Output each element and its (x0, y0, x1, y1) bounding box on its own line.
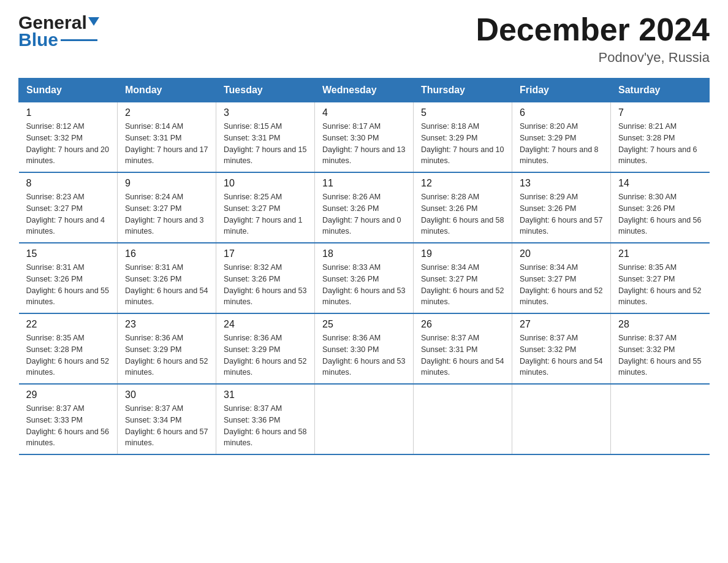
day-of-week-header: Tuesday (216, 79, 315, 102)
day-number: 30 (125, 389, 208, 400)
calendar-week-row: 1 Sunrise: 8:12 AM Sunset: 3:32 PM Dayli… (19, 102, 710, 173)
day-number: 5 (421, 107, 504, 118)
day-info: Sunrise: 8:36 AM Sunset: 3:29 PM Dayligh… (224, 332, 307, 378)
day-number: 1 (26, 107, 110, 118)
day-number: 14 (618, 178, 702, 189)
day-info: Sunrise: 8:36 AM Sunset: 3:30 PM Dayligh… (322, 332, 406, 378)
day-number: 6 (520, 107, 603, 118)
day-info: Sunrise: 8:35 AM Sunset: 3:27 PM Dayligh… (618, 262, 702, 308)
day-number: 13 (520, 178, 603, 189)
calendar-day-cell: 26 Sunrise: 8:37 AM Sunset: 3:31 PM Dayl… (414, 313, 512, 384)
day-number: 27 (520, 319, 603, 330)
calendar-day-cell: 28 Sunrise: 8:37 AM Sunset: 3:32 PM Dayl… (611, 313, 710, 384)
day-info: Sunrise: 8:29 AM Sunset: 3:26 PM Dayligh… (520, 191, 603, 237)
day-info: Sunrise: 8:37 AM Sunset: 3:36 PM Dayligh… (224, 403, 307, 449)
day-number: 21 (618, 248, 702, 259)
day-number: 18 (322, 248, 406, 259)
day-of-week-header: Monday (118, 79, 216, 102)
page-title: December 2024 (476, 12, 710, 47)
calendar-day-cell: 11 Sunrise: 8:26 AM Sunset: 3:26 PM Dayl… (315, 172, 414, 243)
calendar-day-cell: 22 Sunrise: 8:35 AM Sunset: 3:28 PM Dayl… (19, 313, 118, 384)
day-info: Sunrise: 8:37 AM Sunset: 3:31 PM Dayligh… (421, 332, 504, 378)
calendar-day-cell: 29 Sunrise: 8:37 AM Sunset: 3:33 PM Dayl… (19, 384, 118, 454)
calendar-body: 1 Sunrise: 8:12 AM Sunset: 3:32 PM Dayli… (19, 102, 710, 455)
calendar-day-cell: 24 Sunrise: 8:36 AM Sunset: 3:29 PM Dayl… (216, 313, 315, 384)
calendar-day-cell: 27 Sunrise: 8:37 AM Sunset: 3:32 PM Dayl… (512, 313, 611, 384)
day-info: Sunrise: 8:24 AM Sunset: 3:27 PM Dayligh… (125, 191, 208, 237)
logo-blue-text: Blue (18, 29, 58, 50)
day-number: 7 (618, 107, 702, 118)
calendar-week-row: 15 Sunrise: 8:31 AM Sunset: 3:26 PM Dayl… (19, 243, 710, 313)
day-of-week-header: Thursday (414, 79, 512, 102)
calendar-day-cell: 9 Sunrise: 8:24 AM Sunset: 3:27 PM Dayli… (118, 172, 216, 243)
day-info: Sunrise: 8:14 AM Sunset: 3:31 PM Dayligh… (125, 121, 208, 167)
calendar-day-cell: 14 Sunrise: 8:30 AM Sunset: 3:26 PM Dayl… (611, 172, 710, 243)
day-info: Sunrise: 8:32 AM Sunset: 3:26 PM Dayligh… (224, 262, 307, 308)
day-info: Sunrise: 8:26 AM Sunset: 3:26 PM Dayligh… (322, 191, 406, 237)
days-of-week-row: SundayMondayTuesdayWednesdayThursdayFrid… (19, 79, 710, 102)
calendar-day-cell: 16 Sunrise: 8:31 AM Sunset: 3:26 PM Dayl… (118, 243, 216, 313)
calendar-day-cell: 23 Sunrise: 8:36 AM Sunset: 3:29 PM Dayl… (118, 313, 216, 384)
day-info: Sunrise: 8:21 AM Sunset: 3:28 PM Dayligh… (618, 121, 702, 167)
day-info: Sunrise: 8:36 AM Sunset: 3:29 PM Dayligh… (125, 332, 208, 378)
calendar-day-cell: 20 Sunrise: 8:34 AM Sunset: 3:27 PM Dayl… (512, 243, 611, 313)
calendar-day-cell (512, 384, 611, 454)
day-number: 8 (26, 178, 110, 189)
day-number: 3 (224, 107, 307, 118)
calendar-day-cell (414, 384, 512, 454)
calendar-day-cell: 6 Sunrise: 8:20 AM Sunset: 3:29 PM Dayli… (512, 102, 611, 173)
day-number: 9 (125, 178, 208, 189)
calendar-day-cell: 8 Sunrise: 8:23 AM Sunset: 3:27 PM Dayli… (19, 172, 118, 243)
day-number: 25 (322, 319, 406, 330)
day-of-week-header: Friday (512, 79, 611, 102)
day-number: 11 (322, 178, 406, 189)
page-header: General Blue December 2024 Podnov'ye, Ru… (18, 12, 710, 66)
calendar-day-cell: 15 Sunrise: 8:31 AM Sunset: 3:26 PM Dayl… (19, 243, 118, 313)
day-info: Sunrise: 8:34 AM Sunset: 3:27 PM Dayligh… (421, 262, 504, 308)
calendar-day-cell (611, 384, 710, 454)
calendar-day-cell: 10 Sunrise: 8:25 AM Sunset: 3:27 PM Dayl… (216, 172, 315, 243)
day-info: Sunrise: 8:25 AM Sunset: 3:27 PM Dayligh… (224, 191, 307, 237)
day-info: Sunrise: 8:35 AM Sunset: 3:28 PM Dayligh… (26, 332, 110, 378)
day-info: Sunrise: 8:28 AM Sunset: 3:26 PM Dayligh… (421, 191, 504, 237)
day-info: Sunrise: 8:37 AM Sunset: 3:32 PM Dayligh… (520, 332, 603, 378)
calendar-day-cell: 13 Sunrise: 8:29 AM Sunset: 3:26 PM Dayl… (512, 172, 611, 243)
calendar-day-cell: 18 Sunrise: 8:33 AM Sunset: 3:26 PM Dayl… (315, 243, 414, 313)
calendar-day-cell: 30 Sunrise: 8:37 AM Sunset: 3:34 PM Dayl… (118, 384, 216, 454)
day-number: 20 (520, 248, 603, 259)
calendar-day-cell: 1 Sunrise: 8:12 AM Sunset: 3:32 PM Dayli… (19, 102, 118, 173)
calendar-week-row: 22 Sunrise: 8:35 AM Sunset: 3:28 PM Dayl… (19, 313, 710, 384)
day-number: 15 (26, 248, 110, 259)
day-number: 28 (618, 319, 702, 330)
page-subtitle: Podnov'ye, Russia (476, 50, 710, 66)
day-info: Sunrise: 8:31 AM Sunset: 3:26 PM Dayligh… (125, 262, 208, 308)
day-info: Sunrise: 8:37 AM Sunset: 3:34 PM Dayligh… (125, 403, 208, 449)
day-number: 31 (224, 389, 307, 400)
calendar-day-cell: 21 Sunrise: 8:35 AM Sunset: 3:27 PM Dayl… (611, 243, 710, 313)
calendar-day-cell: 2 Sunrise: 8:14 AM Sunset: 3:31 PM Dayli… (118, 102, 216, 173)
day-info: Sunrise: 8:37 AM Sunset: 3:32 PM Dayligh… (618, 332, 702, 378)
svg-marker-0 (88, 17, 99, 26)
calendar-day-cell: 4 Sunrise: 8:17 AM Sunset: 3:30 PM Dayli… (315, 102, 414, 173)
calendar-week-row: 29 Sunrise: 8:37 AM Sunset: 3:33 PM Dayl… (19, 384, 710, 454)
day-number: 26 (421, 319, 504, 330)
calendar-day-cell: 12 Sunrise: 8:28 AM Sunset: 3:26 PM Dayl… (414, 172, 512, 243)
calendar-day-cell: 31 Sunrise: 8:37 AM Sunset: 3:36 PM Dayl… (216, 384, 315, 454)
day-info: Sunrise: 8:12 AM Sunset: 3:32 PM Dayligh… (26, 121, 110, 167)
day-of-week-header: Saturday (611, 79, 710, 102)
day-number: 29 (26, 389, 110, 400)
calendar-day-cell: 3 Sunrise: 8:15 AM Sunset: 3:31 PM Dayli… (216, 102, 315, 173)
calendar-day-cell: 17 Sunrise: 8:32 AM Sunset: 3:26 PM Dayl… (216, 243, 315, 313)
day-number: 23 (125, 319, 208, 330)
day-info: Sunrise: 8:15 AM Sunset: 3:31 PM Dayligh… (224, 121, 307, 167)
day-info: Sunrise: 8:20 AM Sunset: 3:29 PM Dayligh… (520, 121, 603, 167)
calendar-day-cell: 25 Sunrise: 8:36 AM Sunset: 3:30 PM Dayl… (315, 313, 414, 384)
logo: General Blue (18, 12, 107, 50)
day-info: Sunrise: 8:31 AM Sunset: 3:26 PM Dayligh… (26, 262, 110, 308)
day-info: Sunrise: 8:17 AM Sunset: 3:30 PM Dayligh… (322, 121, 406, 167)
calendar-week-row: 8 Sunrise: 8:23 AM Sunset: 3:27 PM Dayli… (19, 172, 710, 243)
day-number: 12 (421, 178, 504, 189)
day-info: Sunrise: 8:33 AM Sunset: 3:26 PM Dayligh… (322, 262, 406, 308)
day-number: 10 (224, 178, 307, 189)
day-info: Sunrise: 8:34 AM Sunset: 3:27 PM Dayligh… (520, 262, 603, 308)
